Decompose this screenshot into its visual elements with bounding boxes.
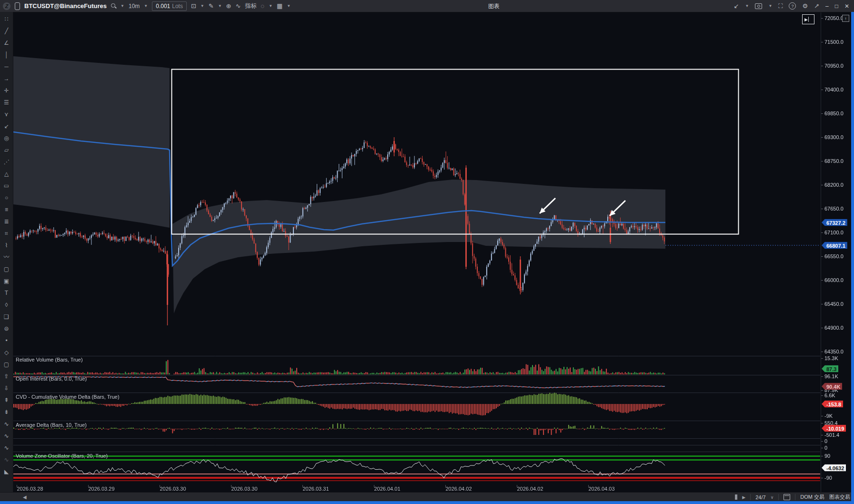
- timeframe-caret[interactable]: ▼: [144, 4, 148, 8]
- accounts-caret[interactable]: ▼: [201, 4, 204, 8]
- bars-pattern-icon[interactable]: ⌇: [0, 241, 13, 250]
- panel-title-cvd[interactable]: CVD - Cumulative Volume Delta (Bars, Tru…: [16, 394, 120, 400]
- indicator-axis-label: 15.3K: [824, 355, 838, 361]
- time-axis[interactable]: 2026.03.282026.03.292026.03.302026.03.30…: [13, 485, 820, 492]
- search-icon[interactable]: [111, 3, 116, 9]
- session-caret-icon[interactable]: ∨: [771, 495, 774, 500]
- alert-ring-icon[interactable]: ◌: [261, 3, 264, 9]
- last-price-badge: 66807.1: [822, 242, 847, 249]
- elliott-correction-icon[interactable]: ∿: [0, 443, 13, 453]
- maximize-button[interactable]: □: [835, 3, 838, 10]
- collapse-panel-icon[interactable]: ↙: [734, 3, 739, 9]
- panel-title-average-delta[interactable]: Average Delta (Bars, 10, True): [16, 422, 87, 428]
- scroll-left-icon[interactable]: ◀: [23, 494, 27, 500]
- chart-canvas[interactable]: [0, 0, 854, 504]
- pin-icon[interactable]: ⊸: [813, 2, 821, 10]
- hatch-icon[interactable]: ⋰: [0, 157, 13, 167]
- collapse-caret[interactable]: ▼: [745, 4, 749, 8]
- drawing-tools-caret[interactable]: ▼: [218, 4, 222, 8]
- spiral-icon[interactable]: ◎: [0, 133, 13, 143]
- fullscreen-icon[interactable]: ⛶: [778, 3, 783, 9]
- camera-caret[interactable]: ▼: [768, 4, 772, 8]
- date-label: 2026.03.30: [223, 486, 266, 492]
- horizontal-line-icon[interactable]: ─: [0, 62, 13, 71]
- elliott-wxy-icon[interactable]: ∿: [0, 455, 13, 464]
- selection-box-icon[interactable]: ▢: [0, 264, 13, 274]
- drag-handle-icon[interactable]: ∷: [0, 14, 13, 24]
- layout-caret[interactable]: ▼: [287, 4, 291, 8]
- divider: [778, 494, 779, 500]
- symbol-dropdown-caret[interactable]: ▼: [121, 4, 124, 8]
- selection-box-alt-icon[interactable]: ▣: [0, 276, 13, 286]
- angle-line-icon[interactable]: ∠: [0, 38, 13, 48]
- panel-title-vzo[interactable]: Volume Zone Oscillator (Bars, 20, True): [16, 453, 108, 459]
- platform-logo-icon[interactable]: Z: [3, 2, 10, 10]
- symbol-name[interactable]: BTCUSDT@BinanceFutures: [24, 2, 107, 10]
- price-label-icon[interactable]: ◊: [0, 300, 13, 310]
- arrow-down-marker-icon[interactable]: ⇩: [0, 383, 13, 393]
- price-tick-label: 68200.0: [824, 182, 844, 188]
- short-position-icon[interactable]: ⇟: [0, 407, 13, 417]
- panel-icon[interactable]: [15, 2, 20, 10]
- cross-line-icon[interactable]: ✛: [0, 86, 13, 95]
- arrow-down-left-icon[interactable]: ↙: [0, 121, 13, 131]
- pitchfork-icon[interactable]: ⋎: [0, 110, 13, 119]
- indicators-button[interactable]: 指标: [245, 2, 256, 10]
- accounts-icon[interactable]: ⊡: [191, 3, 196, 9]
- date-label: 2026.04.02: [437, 486, 480, 492]
- price-axis[interactable]: 72050.071500.070950.070400.069850.069300…: [821, 12, 851, 492]
- price-tick-label: 69300.0: [824, 134, 844, 140]
- fib-channel-icon[interactable]: ≣: [0, 217, 13, 226]
- zoom-in-icon[interactable]: ⊕: [226, 3, 231, 9]
- dom-trading-tab[interactable]: DOM 交易: [800, 494, 824, 501]
- triangle-tool-icon[interactable]: △: [0, 169, 13, 179]
- indicator-chart-icon[interactable]: ∿: [236, 3, 241, 9]
- diamond-marker-icon[interactable]: ◇: [0, 348, 13, 357]
- elliott-impulse-icon[interactable]: ∿: [0, 419, 13, 429]
- help-icon[interactable]: ?: [789, 2, 796, 10]
- fib-retracement-icon[interactable]: ≡: [0, 205, 13, 214]
- alert-caret[interactable]: ▼: [269, 4, 272, 8]
- minimize-button[interactable]: –: [825, 3, 829, 10]
- trend-line-icon[interactable]: ╱: [0, 26, 13, 36]
- close-button[interactable]: ✕: [844, 3, 849, 10]
- settings-gear-icon[interactable]: ⚙: [802, 3, 808, 9]
- rectangle-tool-icon[interactable]: ▭: [0, 181, 13, 191]
- scroll-right-icon[interactable]: ▶: [742, 495, 745, 500]
- eraser-icon[interactable]: ▱: [0, 145, 13, 155]
- collapse-toolbar-icon[interactable]: ◣: [0, 467, 13, 476]
- zigzag-icon[interactable]: 〰: [0, 252, 13, 262]
- vertical-line-icon[interactable]: │: [0, 50, 13, 60]
- panel-title-open-interest[interactable]: Open Interest (Bars, 0.0, True): [16, 376, 87, 382]
- price-tick-label: 72050.0: [824, 15, 844, 21]
- lots-input[interactable]: 0.001 Lots: [152, 1, 187, 11]
- indicator-axis-label: 90: [824, 453, 830, 459]
- elliott-abc-icon[interactable]: ∿: [0, 431, 13, 441]
- jump-to-latest-button[interactable]: ▶▏: [802, 14, 814, 24]
- square-marker-icon[interactable]: ▢: [0, 360, 13, 369]
- bottom-bar: ◀ ▶ 24/7 ∨ DOM 交易 图表交易: [0, 492, 854, 502]
- text-tool-icon[interactable]: T: [0, 288, 13, 298]
- panel-title-relative-volume[interactable]: Relative Volume (Bars, True): [16, 357, 83, 363]
- drawing-tools-icon[interactable]: ✎: [209, 3, 214, 9]
- parallel-channel-icon[interactable]: ☰: [0, 98, 13, 107]
- dot-marker-icon[interactable]: •: [0, 336, 13, 345]
- lots-value[interactable]: 0.001: [156, 3, 170, 10]
- long-position-icon[interactable]: ⇞: [0, 395, 13, 405]
- calendar-icon[interactable]: [784, 494, 790, 500]
- scrollbar-thumb[interactable]: [735, 494, 737, 500]
- window-edge-accent: [0, 501, 854, 504]
- layout-icon[interactable]: ▦: [277, 3, 282, 9]
- callout-icon[interactable]: ❑: [0, 312, 13, 322]
- timeframe-select[interactable]: 10m: [129, 3, 140, 10]
- circle-tool-icon[interactable]: ○: [0, 193, 13, 202]
- session-select[interactable]: 24/7: [755, 494, 765, 500]
- arrow-line-icon[interactable]: →: [0, 74, 13, 83]
- fib-levels-icon[interactable]: ⌗: [0, 229, 13, 238]
- balloon-icon[interactable]: ⊜: [0, 324, 13, 333]
- window-edge-accent: [851, 12, 854, 504]
- price-scale-settings-icon[interactable]: ↑: [842, 15, 849, 22]
- arrow-up-marker-icon[interactable]: ⇧: [0, 372, 13, 381]
- chart-trading-tab[interactable]: 图表交易: [829, 494, 850, 501]
- screenshot-camera-icon[interactable]: [755, 3, 762, 9]
